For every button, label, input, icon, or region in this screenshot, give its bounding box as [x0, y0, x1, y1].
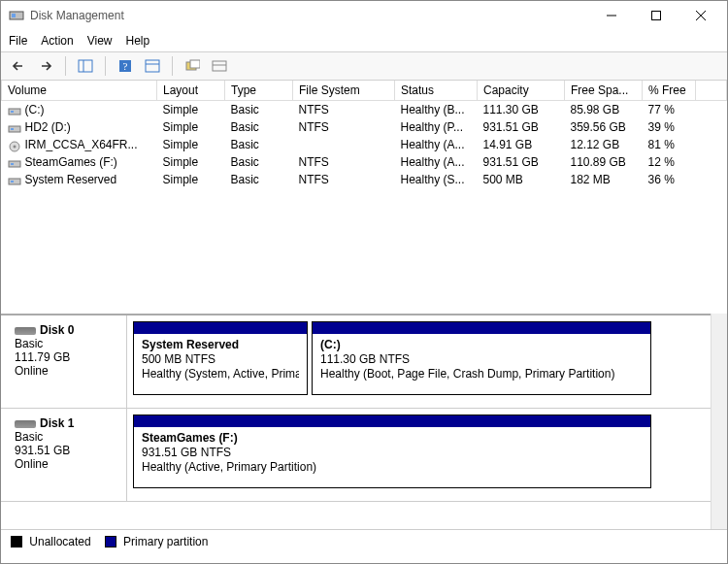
partition[interactable]: (C:)111.30 GB NTFSHealthy (Boot, Page Fi…: [312, 321, 651, 395]
drive-icon: [8, 158, 21, 168]
volume-type: Basic: [225, 136, 293, 153]
disk-name: Disk 1: [40, 416, 74, 430]
svg-rect-3: [652, 12, 661, 20]
disk-info[interactable]: Disk 0Basic111.79 GBOnline: [1, 315, 127, 408]
legend-primary-label: Primary partition: [123, 535, 208, 548]
drive-icon: [8, 106, 21, 116]
volume-row[interactable]: System ReservedSimpleBasicNTFSHealthy (S…: [2, 171, 727, 188]
volume-fs: NTFS: [293, 153, 395, 171]
svg-rect-25: [11, 181, 14, 182]
partition-info: 931.51 GB NTFS: [142, 446, 643, 460]
partition-body: (C:)111.30 GB NTFSHealthy (Boot, Page Fi…: [313, 334, 650, 394]
col-layout[interactable]: Layout: [157, 81, 225, 101]
volume-layout: Simple: [157, 171, 225, 188]
volume-name-cell: System Reserved: [2, 171, 157, 188]
col-type[interactable]: Type: [225, 81, 293, 101]
disk-state: Online: [15, 457, 116, 471]
close-button[interactable]: [678, 1, 723, 30]
col-pct[interactable]: % Free: [643, 81, 696, 101]
svg-rect-17: [11, 111, 14, 113]
disk-icon: [15, 420, 36, 428]
partition[interactable]: SteamGames (F:)931.51 GB NTFSHealthy (Ac…: [133, 415, 651, 488]
volume-capacity: 931.51 GB: [478, 118, 565, 136]
disk-state: Online: [15, 364, 116, 378]
refresh-button[interactable]: [208, 55, 231, 77]
menu-action[interactable]: Action: [41, 34, 73, 48]
legend-primary: Primary partition: [105, 535, 209, 548]
disk-info[interactable]: Disk 1Basic931.51 GBOnline: [1, 409, 127, 501]
svg-rect-1: [12, 14, 16, 17]
disk-size: 111.79 GB: [15, 350, 116, 364]
menu-view[interactable]: View: [87, 34, 113, 48]
titlebar: Disk Management: [1, 1, 727, 30]
vertical-scrollbar[interactable]: [711, 314, 727, 529]
menu-help[interactable]: Help: [126, 34, 150, 48]
volume-pct: 12 %: [643, 153, 696, 171]
partition-status: Healthy (Active, Primary Partition): [142, 460, 643, 475]
volume-table[interactable]: Volume Layout Type File System Status Ca…: [1, 81, 727, 188]
partition-header: [134, 322, 307, 334]
partition[interactable]: System Reserved500 MB NTFSHealthy (Syste…: [133, 321, 308, 395]
volume-status: Healthy (S...: [395, 171, 478, 188]
col-volume[interactable]: Volume: [2, 81, 157, 101]
volume-status: Healthy (A...: [395, 136, 478, 153]
volume-free: 182 MB: [565, 171, 643, 188]
disc-icon: [8, 141, 21, 150]
swatch-unallocated: [11, 536, 22, 547]
swatch-primary: [105, 536, 116, 547]
forward-button[interactable]: [34, 55, 57, 77]
volume-row[interactable]: SteamGames (F:)SimpleBasicNTFSHealthy (A…: [2, 153, 727, 171]
menu-file[interactable]: File: [9, 34, 27, 48]
disk-partition-strip: System Reserved500 MB NTFSHealthy (Syste…: [127, 315, 711, 408]
svg-rect-19: [11, 128, 14, 130]
volume-free: 85.98 GB: [565, 101, 643, 119]
svg-rect-13: [190, 60, 200, 68]
volume-row[interactable]: (C:)SimpleBasicNTFSHealthy (B...111.30 G…: [2, 101, 727, 119]
volume-fs: NTFS: [293, 171, 395, 188]
legend-unallocated: Unallocated: [11, 535, 91, 548]
volume-row[interactable]: HD2 (D:)SimpleBasicNTFSHealthy (P...931.…: [2, 118, 727, 136]
maximize-button[interactable]: [634, 1, 678, 30]
col-status[interactable]: Status: [395, 81, 478, 101]
volume-type: Basic: [225, 153, 293, 171]
show-hide-console-tree-button[interactable]: [74, 55, 97, 77]
svg-point-21: [13, 145, 16, 148]
volume-status: Healthy (A...: [395, 153, 478, 171]
volume-fs: NTFS: [293, 118, 395, 136]
volume-pct: 77 %: [643, 101, 696, 119]
volume-name: HD2 (D:): [25, 120, 71, 134]
volume-capacity: 500 MB: [478, 171, 565, 188]
disk-graphical-panel: Disk 0Basic111.79 GBOnlineSystem Reserve…: [1, 314, 711, 529]
col-fs[interactable]: File System: [293, 81, 395, 101]
svg-rect-6: [79, 60, 92, 72]
volume-row[interactable]: IRM_CCSA_X64FR...SimpleBasicHealthy (A..…: [2, 136, 727, 153]
col-spacer: [696, 81, 727, 101]
volume-type: Basic: [225, 171, 293, 188]
back-button[interactable]: [7, 55, 30, 77]
volume-layout: Simple: [157, 136, 225, 153]
volume-header-row[interactable]: Volume Layout Type File System Status Ca…: [2, 81, 727, 101]
volume-free: 359.56 GB: [565, 118, 643, 136]
partition-body: System Reserved500 MB NTFSHealthy (Syste…: [134, 334, 307, 394]
volume-name-cell: IRM_CCSA_X64FR...: [2, 136, 157, 153]
col-free[interactable]: Free Spa...: [565, 81, 643, 101]
volume-name-cell: (C:): [2, 101, 157, 119]
minimize-button[interactable]: [589, 1, 634, 30]
properties-button[interactable]: [181, 55, 204, 77]
svg-rect-23: [11, 163, 14, 165]
col-capacity[interactable]: Capacity: [478, 81, 565, 101]
partition-info: 500 MB NTFS: [142, 352, 299, 367]
disk-name: Disk 0: [40, 323, 74, 337]
volume-free: 12.12 GB: [565, 136, 643, 153]
view-settings-button[interactable]: [141, 55, 164, 77]
volume-fs: NTFS: [293, 101, 395, 119]
volume-status: Healthy (P...: [395, 118, 478, 136]
disk-icon: [15, 327, 36, 335]
svg-rect-16: [9, 109, 20, 115]
svg-rect-10: [146, 60, 159, 72]
disk-row: Disk 1Basic931.51 GBOnlineSteamGames (F:…: [1, 409, 711, 502]
help-button[interactable]: ?: [114, 55, 137, 77]
volume-status: Healthy (B...: [395, 101, 478, 119]
partition-name: System Reserved: [142, 338, 299, 352]
partition-name: (C:): [320, 338, 643, 352]
